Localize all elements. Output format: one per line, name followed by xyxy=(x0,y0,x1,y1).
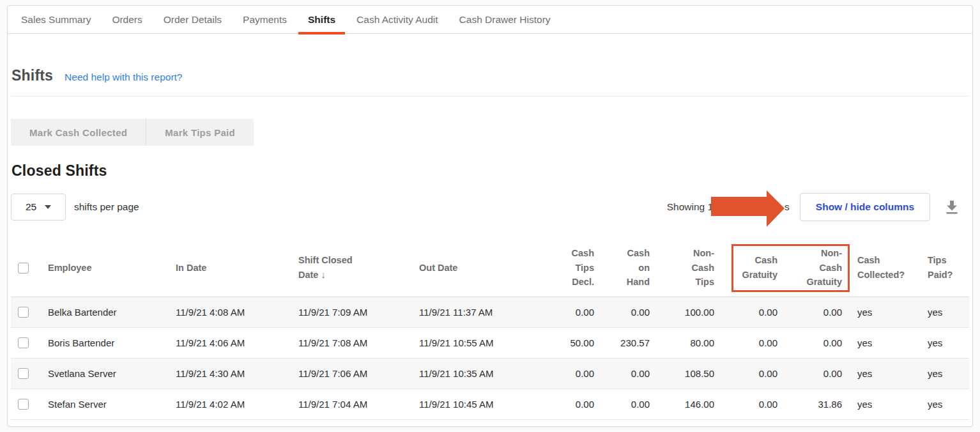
showing-count-text: Showing 1 s xyxy=(667,201,790,213)
page-header: Shifts Need help with this report? xyxy=(11,34,969,96)
cell-cash-tips-decl: 0.00 xyxy=(535,358,596,389)
cell-out-date: 11/9/21 10:45 AM xyxy=(419,389,535,419)
col-employee[interactable]: Employee xyxy=(48,239,176,297)
showing-text-suffix: s xyxy=(785,201,790,213)
tab-shifts[interactable]: Shifts xyxy=(308,6,335,34)
cell-non-cash-tips: 80.00 xyxy=(652,327,716,358)
cell-employee: Belka Bartender xyxy=(48,297,176,327)
cell-out-date: 11/9/21 11:37 AM xyxy=(419,297,535,327)
per-page-select[interactable]: 25 xyxy=(11,194,66,220)
cell-in-date: 11/9/21 4:06 AM xyxy=(176,327,298,358)
cell-employee: Stefan Server xyxy=(48,389,176,419)
mark-cash-collected-button[interactable]: Mark Cash Collected xyxy=(11,119,146,146)
cell-cash-collected: yes xyxy=(844,327,923,358)
cell-cash-gratuity: 0.00 xyxy=(716,358,779,389)
table-row: Svetlana Server 11/9/21 4:30 AM 11/9/21 … xyxy=(11,358,969,389)
cell-in-date: 11/9/21 4:08 AM xyxy=(176,297,298,327)
sort-desc-icon: ↓ xyxy=(321,270,325,280)
table-row: Stefan Server 11/9/21 4:02 AM 11/9/21 7:… xyxy=(11,389,969,419)
per-page-value: 25 xyxy=(26,201,36,213)
row-checkbox[interactable] xyxy=(18,337,29,348)
row-checkbox[interactable] xyxy=(18,368,29,379)
cell-cash-on-hand: 230.57 xyxy=(596,327,652,358)
table-header-row: Employee In Date Shift Closed Date ↓ Out… xyxy=(11,239,969,297)
cell-cash-gratuity: 0.00 xyxy=(716,389,779,419)
col-cash-gratuity[interactable]: Cash Gratuity xyxy=(716,239,779,297)
col-cash-collected[interactable]: Cash Collected? xyxy=(844,239,923,297)
tab-cash-activity-audit[interactable]: Cash Activity Audit xyxy=(356,6,438,34)
report-tabbar: Sales Summary Orders Order Details Payme… xyxy=(8,6,972,34)
chevron-down-icon xyxy=(45,205,51,209)
cell-cash-tips-decl: 0.00 xyxy=(535,389,596,419)
col-cash-tips-decl[interactable]: Cash Tips Decl. xyxy=(535,239,596,297)
col-shift-closed-date[interactable]: Shift Closed Date ↓ xyxy=(298,239,419,297)
per-page-label: shifts per page xyxy=(74,201,139,213)
cell-cash-on-hand: 0.00 xyxy=(596,389,652,419)
col-non-cash-gratuity[interactable]: Non-Cash Gratuity xyxy=(779,239,844,297)
cell-shift-closed-date: 11/9/21 7:06 AM xyxy=(298,358,419,389)
col-out-date[interactable]: Out Date xyxy=(419,239,535,297)
cell-tips-paid: yes xyxy=(923,389,969,419)
help-link[interactable]: Need help with this report? xyxy=(65,72,182,83)
row-checkbox[interactable] xyxy=(18,307,29,318)
cell-cash-collected: yes xyxy=(844,389,923,419)
table-row: Boris Bartender 11/9/21 4:06 AM 11/9/21 … xyxy=(11,327,969,358)
tab-cash-drawer-history[interactable]: Cash Drawer History xyxy=(459,6,551,34)
cell-non-cash-tips: 100.00 xyxy=(652,297,716,327)
cell-cash-tips-decl: 50.00 xyxy=(535,327,596,358)
select-all-checkbox[interactable] xyxy=(18,263,29,274)
show-hide-columns-button[interactable]: Show / hide columns xyxy=(800,193,930,221)
cell-non-cash-gratuity: 0.00 xyxy=(779,327,844,358)
cell-in-date: 11/9/21 4:30 AM xyxy=(176,358,298,389)
cell-shift-closed-date: 11/9/21 7:04 AM xyxy=(298,389,419,419)
cell-non-cash-gratuity: 31.86 xyxy=(779,389,844,419)
cell-tips-paid: yes xyxy=(923,358,969,389)
cell-non-cash-tips: 108.50 xyxy=(652,358,716,389)
bulk-actions: Mark Cash Collected Mark Tips Paid xyxy=(11,119,969,146)
report-panel: Sales Summary Orders Order Details Payme… xyxy=(7,5,973,427)
shifts-report-screen: Sales Summary Orders Order Details Payme… xyxy=(0,0,980,432)
cell-tips-paid: yes xyxy=(923,327,969,358)
cell-cash-collected: yes xyxy=(844,358,923,389)
cell-out-date: 11/9/21 10:35 AM xyxy=(419,358,535,389)
cell-employee: Svetlana Server xyxy=(48,358,176,389)
page-title: Shifts xyxy=(11,67,53,84)
cell-cash-tips-decl: 0.00 xyxy=(535,297,596,327)
cell-cash-collected: yes xyxy=(844,297,923,327)
cell-shift-closed-date: 11/9/21 7:08 AM xyxy=(298,327,419,358)
tab-orders[interactable]: Orders xyxy=(112,6,142,34)
cell-employee: Boris Bartender xyxy=(48,327,176,358)
mark-tips-paid-button[interactable]: Mark Tips Paid xyxy=(146,119,254,146)
col-cash-on-hand[interactable]: Cash on Hand xyxy=(596,239,652,297)
cell-in-date: 11/9/21 4:02 AM xyxy=(176,389,298,419)
cell-non-cash-tips: 146.00 xyxy=(652,389,716,419)
cell-cash-on-hand: 0.00 xyxy=(596,358,652,389)
cell-tips-paid: yes xyxy=(923,297,969,327)
cell-non-cash-gratuity: 0.00 xyxy=(779,358,844,389)
cell-cash-on-hand: 0.00 xyxy=(596,297,652,327)
cell-out-date: 11/9/21 10:55 AM xyxy=(419,327,535,358)
download-icon[interactable] xyxy=(944,199,960,215)
col-in-date[interactable]: In Date xyxy=(176,239,298,297)
closed-shifts-table: Employee In Date Shift Closed Date ↓ Out… xyxy=(11,239,969,420)
cell-shift-closed-date: 11/9/21 7:09 AM xyxy=(298,297,419,327)
col-non-cash-tips[interactable]: Non-Cash Tips xyxy=(652,239,716,297)
cell-non-cash-gratuity: 0.00 xyxy=(779,297,844,327)
tab-order-details[interactable]: Order Details xyxy=(164,6,222,34)
download-icon-glyph xyxy=(945,201,959,214)
cell-cash-gratuity: 0.00 xyxy=(716,327,779,358)
tab-payments[interactable]: Payments xyxy=(243,6,287,34)
col-tips-paid[interactable]: Tips Paid? xyxy=(923,239,969,297)
table-row: Belka Bartender 11/9/21 4:08 AM 11/9/21 … xyxy=(11,297,969,327)
cell-cash-gratuity: 0.00 xyxy=(716,297,779,327)
closed-shifts-heading: Closed Shifts xyxy=(11,162,969,180)
showing-text-prefix: Showing 1 xyxy=(667,201,713,213)
table-controls: 25 shifts per page Showing 1 s Show / hi… xyxy=(11,193,969,221)
row-checkbox[interactable] xyxy=(18,399,29,410)
tab-sales-summary[interactable]: Sales Summary xyxy=(21,6,91,34)
